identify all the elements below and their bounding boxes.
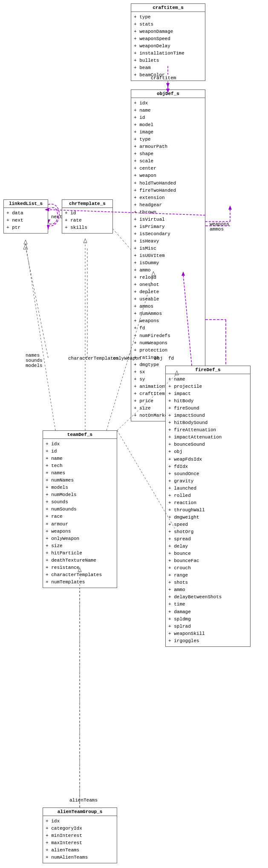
craftitem-s-fields: + type + stats + weaponDamage + weaponSp…: [131, 12, 205, 81]
alienteamgroup-s-fields: + idx + categoryIdx + minInterest + maxI…: [43, 816, 117, 863]
svg-marker-33: [84, 239, 87, 243]
craftitem-label: craftitem: [151, 75, 176, 81]
chrtemplate-s-title: chrTemplate_s: [62, 200, 112, 208]
alienteamgroup-s-title: alienTeamGroup_s: [43, 808, 117, 816]
svg-marker-27: [228, 205, 232, 210]
alienteams-label: alienTeams: [69, 798, 98, 803]
alienteamgroup-s-box: alienTeamGroup_s + idx + categoryIdx + m…: [43, 807, 117, 863]
names-sounds-models-label: names sounds models: [26, 353, 43, 368]
craftitem-s-title: craftitem_s: [131, 4, 205, 12]
objdef-s-title: objDef_s: [131, 90, 205, 98]
teamdef-s-title: teamDef_s: [43, 431, 117, 439]
svg-marker-8: [23, 244, 28, 249]
weapons-ammos-label: weapons ammos: [210, 222, 229, 232]
obj-fd-label: obj fd: [154, 356, 174, 361]
diagram-container: craftitem_s + type + stats + weaponDamag…: [0, 0, 268, 868]
teamdef-s-fields: + idx + id + name + tech + names + numNa…: [43, 439, 117, 588]
firedef-s-box: fireDef_s + name + projectile + impact +…: [165, 366, 251, 647]
craftitem-s-box: craftitem_s + type + stats + weaponDamag…: [131, 3, 205, 81]
firedef-s-title: fireDef_s: [166, 366, 250, 374]
linkedlist-s-title: linkedList_s: [4, 200, 48, 208]
linkedlist-s-fields: + data + next + ptr: [4, 208, 48, 233]
firedef-s-fields: + name + projectile + impact + hitBody +…: [166, 374, 250, 646]
svg-marker-31: [24, 240, 27, 244]
svg-line-30: [26, 243, 55, 430]
chrtemplate-s-box: chrTemplate_s + id + rate + skills: [62, 199, 113, 234]
next-label: next: [51, 214, 62, 219]
linkedlist-s-box: linkedList_s + data + next + ptr: [3, 199, 48, 234]
onlyweapon-label: onlyWeapon: [113, 356, 141, 361]
svg-line-7: [26, 247, 48, 358]
chrtemplate-s-fields: + id + rate + skills: [62, 208, 112, 233]
chartemplates-label: characterTemplates: [68, 356, 119, 361]
teamdef-s-box: teamDef_s + idx + id + name + tech + nam…: [43, 430, 117, 588]
svg-marker-1: [166, 83, 170, 87]
